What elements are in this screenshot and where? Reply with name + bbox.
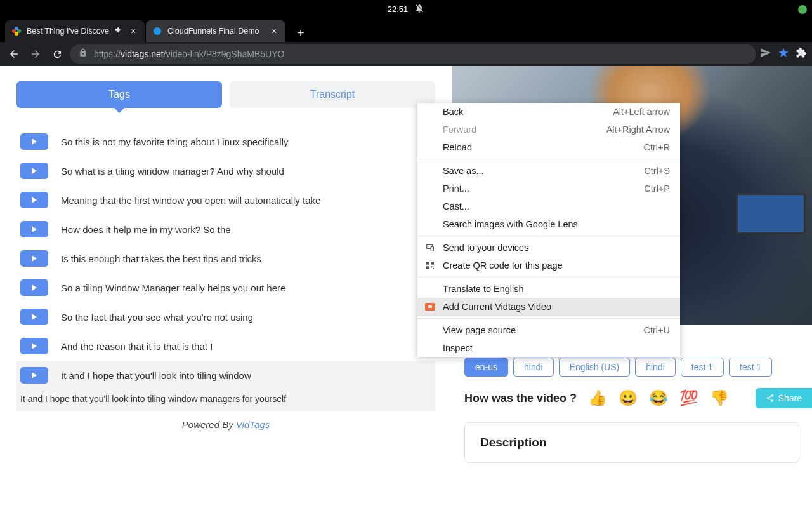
menu-item[interactable]: Save as...Ctrl+S [417, 162, 680, 180]
lang-chip[interactable]: hindi [513, 358, 554, 377]
browser-toolbar: https://vidtags.net/video-link/P8z9gShaM… [0, 42, 812, 66]
reaction-smile[interactable]: 😀 [619, 389, 638, 407]
menu-item[interactable]: BackAlt+Left arrow [417, 103, 680, 121]
share-button[interactable]: Share [756, 388, 812, 408]
menu-item-label: Back [443, 107, 463, 117]
play-button[interactable] [20, 163, 48, 179]
tags-list: So this is not my favorite thing about L… [16, 127, 435, 411]
lock-icon [79, 48, 88, 60]
svg-point-4 [154, 27, 161, 35]
url-domain: vidtags.net [121, 49, 164, 59]
section-tabs: Tags Transcript [16, 81, 435, 108]
powered-brand[interactable]: VidTags [236, 419, 270, 430]
menu-item-label: Save as... [443, 166, 483, 176]
menu-shortcut: Alt+Right Arrow [606, 124, 670, 135]
tag-text: So what is a tiling window manager? And … [61, 166, 284, 177]
reaction-laugh[interactable]: 😂 [649, 389, 668, 407]
menu-shortcut: Ctrl+R [644, 142, 671, 152]
menu-item[interactable]: Create QR code for this page [417, 257, 680, 274]
menu-item-label: Inspect [443, 343, 473, 353]
powered-by: Powered By VidTags [16, 419, 435, 430]
audio-icon[interactable] [114, 25, 123, 37]
menu-item-label: Search images with Google Lens [443, 219, 578, 229]
lang-chip[interactable]: hindi [635, 358, 676, 377]
reaction-row: How was the video ? 👍 😀 😂 💯 👎 Share [452, 383, 812, 413]
tab-favicon-icon [152, 26, 162, 36]
play-button[interactable] [20, 250, 48, 267]
tag-text: Meaning that the first window you open w… [61, 195, 320, 206]
play-button[interactable] [20, 338, 48, 354]
extensions-icon[interactable] [796, 47, 807, 61]
menu-item[interactable]: Cast... [417, 197, 680, 215]
menu-item-label: Print... [443, 184, 469, 194]
tag-row[interactable]: How does it help me in my work? So the [16, 215, 435, 244]
reaction-thumbs-down[interactable]: 👎 [710, 389, 729, 407]
lang-chip[interactable]: test 1 [681, 358, 724, 377]
lang-chip[interactable]: English (US) [559, 358, 631, 377]
toolbar-actions [760, 47, 807, 61]
menu-item[interactable]: ReloadCtrl+R [417, 138, 680, 156]
new-tab-button[interactable]: + [292, 24, 310, 42]
menu-shortcut: Ctrl+P [644, 184, 670, 194]
context-menu: BackAlt+Left arrowForwardAlt+Right Arrow… [417, 103, 680, 357]
browser-tab-1[interactable]: Best Thing I've Discove × [5, 20, 145, 42]
menu-shortcut: Ctrl+S [644, 166, 670, 176]
menu-shortcut: Alt+Left arrow [613, 107, 670, 117]
menu-item[interactable]: Print...Ctrl+P [417, 180, 680, 197]
send-icon[interactable] [760, 47, 771, 61]
tag-row[interactable]: It and I hope that you'll look into tili… [16, 361, 435, 390]
reload-button[interactable] [48, 45, 66, 63]
svg-rect-9 [426, 266, 429, 269]
share-icon [766, 394, 775, 403]
menu-item[interactable]: Translate to English [417, 280, 680, 298]
tag-row[interactable]: So this is not my favorite thing about L… [16, 127, 435, 156]
address-bar[interactable]: https://vidtags.net/video-link/P8z9gShaM… [70, 44, 756, 64]
tag-row[interactable]: So the fact that you see what you're not… [16, 302, 435, 331]
menu-item[interactable]: Inspect [417, 339, 680, 357]
back-button[interactable] [5, 45, 23, 63]
svg-rect-11 [433, 268, 434, 269]
system-bar: 22:51 [0, 0, 812, 18]
play-button[interactable] [20, 221, 48, 237]
forward-button[interactable] [27, 45, 44, 63]
tab-tags[interactable]: Tags [16, 81, 222, 108]
close-icon[interactable]: × [128, 26, 138, 36]
play-button[interactable] [20, 309, 48, 325]
menu-item-label: Reload [443, 142, 472, 152]
tag-row[interactable]: So a tiling Window Manager really helps … [16, 273, 435, 302]
tag-row[interactable]: Meaning that the first window you open w… [16, 185, 435, 215]
menu-item[interactable]: Send to your devices [417, 239, 680, 257]
tag-row[interactable]: So what is a tiling window manager? And … [16, 156, 435, 185]
notifications-muted-icon [414, 3, 424, 15]
play-button[interactable] [20, 279, 48, 296]
share-label: Share [778, 393, 802, 403]
play-button[interactable] [20, 133, 48, 150]
close-icon[interactable]: × [269, 26, 279, 36]
play-icon [32, 314, 37, 320]
menu-item[interactable]: Search images with Google Lens [417, 215, 680, 233]
menu-item-label: Send to your devices [443, 243, 528, 253]
bookmark-icon[interactable] [778, 47, 789, 61]
play-icon [32, 372, 37, 378]
lang-chip[interactable]: en-us [464, 358, 508, 377]
tab-transcript[interactable]: Transcript [230, 81, 435, 108]
play-button[interactable] [20, 367, 48, 384]
reaction-hundred[interactable]: 💯 [679, 389, 698, 407]
play-button[interactable] [20, 192, 48, 208]
menu-divider [417, 159, 680, 159]
system-time: 22:51 [388, 3, 425, 15]
description-box[interactable]: Description [464, 422, 799, 463]
browser-tab-bar: Best Thing I've Discove × CloudFunnels F… [0, 18, 812, 42]
menu-shortcut: Ctrl+U [644, 325, 671, 335]
tab-title: CloudFunnels Final Demo [167, 27, 264, 36]
menu-item[interactable]: Add Current Vidtags Video [417, 298, 680, 316]
tag-row[interactable]: Is this enough that takes the best tips … [16, 244, 435, 273]
reaction-thumbs-up[interactable]: 👍 [588, 389, 607, 407]
qr-icon [425, 260, 435, 271]
tag-row[interactable]: And the reason that it is that is that I [16, 331, 435, 361]
lang-chip[interactable]: test 1 [729, 358, 772, 377]
vidtags-icon [425, 302, 435, 312]
menu-item[interactable]: View page sourceCtrl+U [417, 321, 680, 339]
menu-item-label: View page source [443, 325, 516, 335]
browser-tab-2[interactable]: CloudFunnels Final Demo × [146, 20, 285, 42]
